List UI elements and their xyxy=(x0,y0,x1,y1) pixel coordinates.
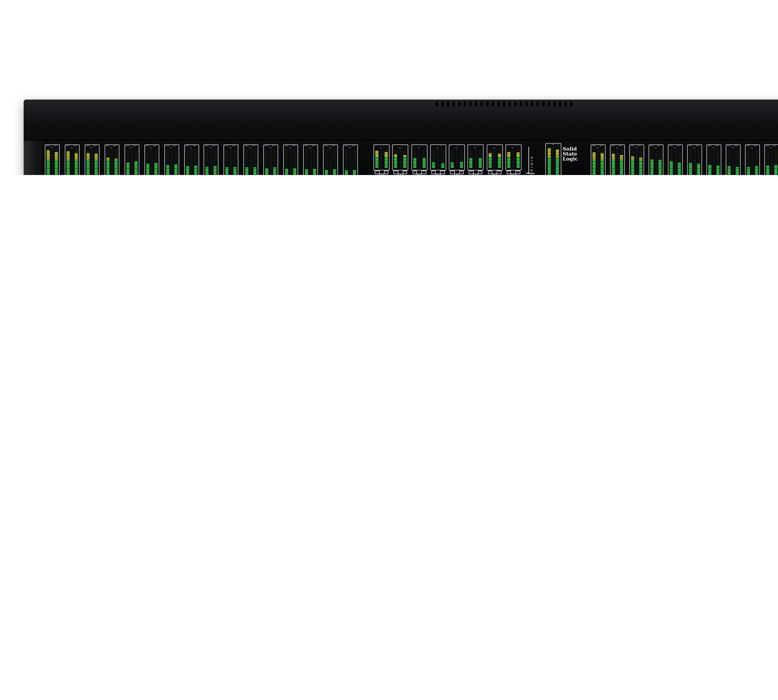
bus-meter-letter: B xyxy=(398,173,403,175)
meter-header-left: CHAN IN xyxy=(611,146,615,147)
meter-header-left: CHAN IN xyxy=(766,146,769,147)
meter-scale-ticks xyxy=(617,149,618,175)
meter-scale-ticks xyxy=(598,149,599,175)
origin-nameplate: ORIGIN xyxy=(526,146,538,175)
channel-meter: CHAN INMON INdBu xyxy=(144,144,159,175)
origin-vertical-label: ORIGIN xyxy=(530,147,533,175)
meter-header-right: MON IN xyxy=(658,146,661,147)
meter-unlit-mask xyxy=(631,149,634,156)
meter-header-right: MON IN xyxy=(252,146,255,147)
meter-header-left: CHAN IN xyxy=(344,146,348,147)
meter-scale-ticks xyxy=(636,149,638,175)
meter-unlit-mask xyxy=(47,149,50,150)
meter-led-column xyxy=(659,160,662,175)
channel-meter: CHAN INMON INdBu xyxy=(303,144,318,175)
meter-header-right: R xyxy=(383,146,384,147)
meter-dbu-label: dBu xyxy=(712,147,714,148)
meter-unlit-mask xyxy=(134,149,137,161)
meter-header-left: CHAN IN xyxy=(669,146,673,147)
meter-header-left: CHAN IN xyxy=(631,146,634,147)
meter-header-left: CHAN IN xyxy=(145,146,149,147)
meter-scale-ticks xyxy=(111,149,113,175)
meter-header-right: MON IN xyxy=(754,146,757,147)
meter-led-column xyxy=(548,147,551,158)
bus-meter: LRdBu xyxy=(374,144,390,170)
meter-unlit-mask xyxy=(375,149,379,151)
bus-meter-pair-number: 7 xyxy=(431,170,436,174)
meter-unlit-mask xyxy=(325,149,328,170)
bus-meter-pair-number: 14 xyxy=(497,170,501,174)
meter-dbu-label: dBu xyxy=(770,147,772,148)
meter-scale-ticks xyxy=(456,149,457,168)
meter-header-left: L xyxy=(488,146,488,147)
meter-unlit-mask xyxy=(670,149,673,161)
meter-unlit-mask xyxy=(265,149,269,168)
meter-dbu-label: dBu xyxy=(190,147,192,148)
channel-meter: CHAN INMON INdBu xyxy=(224,144,239,175)
meter-unlit-mask xyxy=(404,149,407,155)
meter-dbu-label: dBu xyxy=(51,147,53,148)
meter-unlit-mask xyxy=(620,149,623,155)
meter-scale-ticks xyxy=(437,149,439,168)
meter-unlit-mask xyxy=(441,149,444,163)
meter-dbu-label: dBu xyxy=(210,147,212,148)
meter-unlit-mask xyxy=(214,149,217,166)
channel-meter: CHAN INMON INdBu xyxy=(323,144,338,175)
meter-led-column xyxy=(86,160,90,175)
meter-header-right: MON IN xyxy=(735,146,738,147)
channel-meter: CHAN INMON INdBu xyxy=(45,144,60,175)
left-side-cheek xyxy=(23,141,42,175)
vent-slot-icon xyxy=(559,102,561,107)
meter-unlit-mask xyxy=(94,149,98,154)
vent-slot-icon xyxy=(564,102,567,107)
meter-led-column xyxy=(404,157,407,168)
channel-meter: CHAN INMON INdBu xyxy=(706,144,721,175)
meter-header-right: MON IN xyxy=(600,146,603,147)
meter-unlit-mask xyxy=(697,149,700,163)
meter-dbu-label: dBu xyxy=(493,147,495,148)
meter-unlit-mask xyxy=(394,149,397,155)
channel-meter: CHAN INMON INdBu xyxy=(591,144,606,175)
meter-scale-ticks xyxy=(131,149,133,175)
meter-scale-ticks xyxy=(694,149,696,175)
meter-dbu-label: dBu xyxy=(674,147,676,148)
meter-led-column xyxy=(507,157,510,168)
meter-header-left: CHAN IN xyxy=(324,146,328,147)
meter-dbu-label: dBu xyxy=(751,147,753,148)
channel-meter: CHAN INMON INdBu xyxy=(244,144,259,175)
meter-scale-ticks xyxy=(399,149,401,168)
meter-dbu-label: dBu xyxy=(309,147,311,148)
ssl-logo: SolidStateLogic xyxy=(563,146,589,175)
channel-meter: CHAN INMON INdBu xyxy=(668,144,683,175)
rear-connector-panel xyxy=(23,100,778,141)
meter-unlit-mask xyxy=(548,147,551,148)
meter-header-left: CHAN IN xyxy=(708,146,711,147)
meter-scale-ticks xyxy=(151,149,152,175)
vent-slot-icon xyxy=(553,102,556,107)
vent-slot-icon xyxy=(486,102,489,107)
meter-led-column xyxy=(94,160,98,175)
meter-header-right: MON IN xyxy=(173,146,176,147)
meter-scale-ticks xyxy=(381,149,382,168)
meter-unlit-mask xyxy=(166,149,169,165)
vent-slot-icon xyxy=(492,102,494,107)
meter-led-column xyxy=(394,157,397,168)
meter-dbu-label: dBu xyxy=(289,147,291,148)
meter-scale-ticks xyxy=(171,149,172,175)
meter-unlit-mask xyxy=(114,149,117,158)
meter-dbu-label: dBu xyxy=(230,147,232,148)
meter-scale-ticks xyxy=(270,149,272,175)
meter-scale-ticks xyxy=(771,149,773,175)
meter-header-left: CHAN IN xyxy=(86,146,90,147)
meter-dbu-label: dBu xyxy=(110,147,112,148)
bus-meter-pair-number: 10 xyxy=(459,170,464,174)
meter-unlit-mask xyxy=(708,149,711,165)
meter-unlit-mask xyxy=(313,149,316,169)
meter-unlit-mask xyxy=(234,149,237,167)
meter-dbu-label: dBu xyxy=(693,147,695,148)
meter-dbu-label: dBu xyxy=(616,147,618,148)
meter-scale-ticks xyxy=(310,149,312,175)
bus-meter-pair-number: 8 xyxy=(440,170,445,174)
meter-unlit-mask xyxy=(422,149,426,158)
meter-header-left: CHAN IN xyxy=(245,146,249,147)
